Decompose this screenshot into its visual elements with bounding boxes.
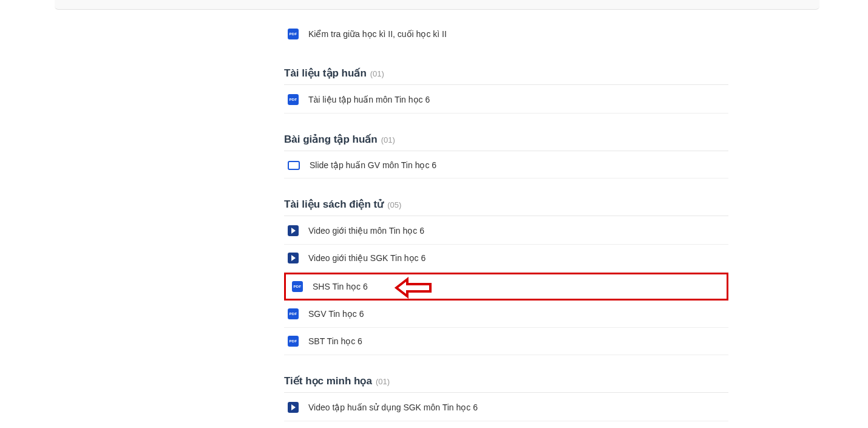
item-label: Slide tập huấn GV môn Tin học 6 [310, 160, 436, 170]
pdf-icon: PDF [288, 308, 299, 319]
video-icon [288, 402, 299, 413]
main-content: PDF Kiểm tra giữa học kì II, cuối học kì… [284, 10, 728, 428]
section-count: (01) [376, 377, 390, 386]
item-label: SGV Tin học 6 [308, 309, 364, 319]
section-count: (01) [381, 135, 395, 144]
video-icon [288, 225, 299, 236]
section-header: Bài giảng tập huấn (01) [284, 133, 728, 151]
list-item[interactable]: PDF SHS Tin học 6 [286, 274, 727, 299]
section-title: Tài liệu sách điện tử [284, 198, 384, 211]
list-item[interactable]: Video giới thiệu SGK Tin học 6 [284, 245, 728, 272]
pdf-icon: PDF [288, 94, 299, 105]
item-label: Video giới thiệu SGK Tin học 6 [308, 253, 426, 263]
pdf-icon: PDF [292, 281, 303, 292]
list-item[interactable]: PDF SBT Tin học 6 [284, 328, 728, 355]
section-count: (01) [370, 69, 384, 78]
annotation-arrow-icon [394, 276, 436, 300]
section-title: Bài giảng tập huấn [284, 133, 378, 146]
highlighted-item-box: PDF SHS Tin học 6 [284, 273, 728, 301]
list-item[interactable]: Video tập huấn sử dụng SGK môn Tin học 6 [284, 394, 728, 421]
list-item[interactable]: Slide tập huấn GV môn Tin học 6 [284, 152, 728, 178]
section-header: Tài liệu sách điện tử (05) [284, 198, 728, 216]
list-item[interactable]: PDF Kiểm tra giữa học kì II, cuối học kì… [284, 21, 728, 47]
item-label: SBT Tin học 6 [308, 336, 362, 346]
item-label: Video giới thiệu môn Tin học 6 [308, 226, 424, 236]
list-item[interactable]: PDF Tài liệu tập huấn môn Tin học 6 [284, 86, 728, 114]
item-label: Video tập huấn sử dụng SGK môn Tin học 6 [308, 403, 478, 412]
item-label: SHS Tin học 6 [313, 282, 368, 291]
browser-top-bar [55, 0, 819, 10]
slide-icon [288, 161, 300, 170]
section-header: Tiết học minh họa (01) [284, 375, 728, 393]
pdf-icon: PDF [288, 336, 299, 347]
section-count: (05) [387, 200, 401, 209]
list-item[interactable]: PDF SGV Tin học 6 [284, 301, 728, 328]
list-item[interactable]: Video giới thiệu môn Tin học 6 [284, 217, 728, 245]
section-header: Tài liệu tập huấn (01) [284, 67, 728, 85]
section-title: Tài liệu tập huấn [284, 67, 367, 80]
video-icon [288, 253, 299, 263]
item-label: Tài liệu tập huấn môn Tin học 6 [308, 95, 430, 104]
section-title: Tiết học minh họa [284, 375, 372, 387]
pdf-icon: PDF [288, 29, 299, 39]
item-label: Kiểm tra giữa học kì II, cuối học kì II [308, 29, 447, 39]
